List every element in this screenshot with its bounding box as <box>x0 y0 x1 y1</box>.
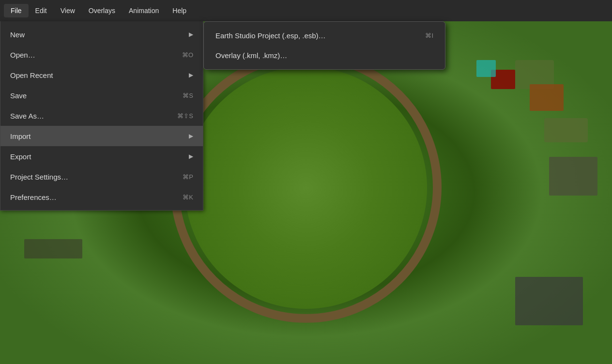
menu-item-export[interactable]: Export ▶ <box>0 146 203 167</box>
menu-item-project-settings[interactable]: Project Settings… ⌘P <box>0 167 203 187</box>
submenu-arrow-open-recent: ▶ <box>189 72 193 78</box>
submenu-item-overlay[interactable]: Overlay (.kml, .kmz)… <box>204 46 445 65</box>
menu-item-save-as[interactable]: Save As… ⌘⇧S <box>0 106 203 126</box>
shortcut-save-as: ⌘⇧S <box>177 112 193 120</box>
file-menu: New ▶ Open… ⌘O Open Recent ▶ Save ⌘S Sav… <box>0 21 203 211</box>
menu-item-export-label: Export <box>10 152 185 161</box>
import-submenu: Earth Studio Project (.esp, .esb)… ⌘I Ov… <box>203 21 445 70</box>
menu-item-new-label: New <box>10 30 185 39</box>
menu-item-open[interactable]: Open… ⌘O <box>0 45 203 65</box>
menu-item-preferences[interactable]: Preferences… ⌘K <box>0 187 203 207</box>
submenu-arrow-new: ▶ <box>189 31 193 38</box>
submenu-item-earth-studio-project-label: Earth Studio Project (.esp, .esb)… <box>215 31 425 40</box>
shortcut-preferences: ⌘K <box>183 194 193 201</box>
menu-item-save[interactable]: Save ⌘S <box>0 85 203 106</box>
submenu-arrow-export: ▶ <box>189 153 193 160</box>
menu-item-preferences-label: Preferences… <box>10 193 183 201</box>
menubar-item-overlays[interactable]: Overlays <box>82 4 122 17</box>
submenu-arrow-import: ▶ <box>189 133 193 139</box>
menu-item-import[interactable]: Import ▶ <box>0 126 203 146</box>
menu-item-project-settings-label: Project Settings… <box>10 173 183 181</box>
submenu-item-overlay-label: Overlay (.kml, .kmz)… <box>215 51 433 60</box>
shortcut-project-settings: ⌘P <box>183 173 193 181</box>
menubar-item-edit[interactable]: Edit <box>29 4 54 17</box>
menubar-item-file[interactable]: File <box>4 4 29 17</box>
submenu-item-earth-studio-project[interactable]: Earth Studio Project (.esp, .esb)… ⌘I <box>204 26 445 46</box>
menubar: File Edit View Overlays Animation Help <box>0 0 612 21</box>
menu-item-open-recent[interactable]: Open Recent ▶ <box>0 65 203 85</box>
menu-item-open-label: Open… <box>10 51 182 59</box>
shortcut-save: ⌘S <box>183 92 193 99</box>
menubar-item-view[interactable]: View <box>54 4 82 17</box>
oval-inner <box>185 67 427 309</box>
menu-item-save-label: Save <box>10 91 183 100</box>
shortcut-open: ⌘O <box>182 51 193 59</box>
menu-item-new[interactable]: New ▶ <box>0 24 203 45</box>
menu-item-save-as-label: Save As… <box>10 112 177 120</box>
menu-item-open-recent-label: Open Recent <box>10 71 185 79</box>
menu-item-import-label: Import <box>10 132 185 140</box>
menubar-item-help[interactable]: Help <box>166 4 193 17</box>
menubar-item-animation[interactable]: Animation <box>122 4 166 17</box>
shortcut-earth-studio-project: ⌘I <box>425 32 433 39</box>
